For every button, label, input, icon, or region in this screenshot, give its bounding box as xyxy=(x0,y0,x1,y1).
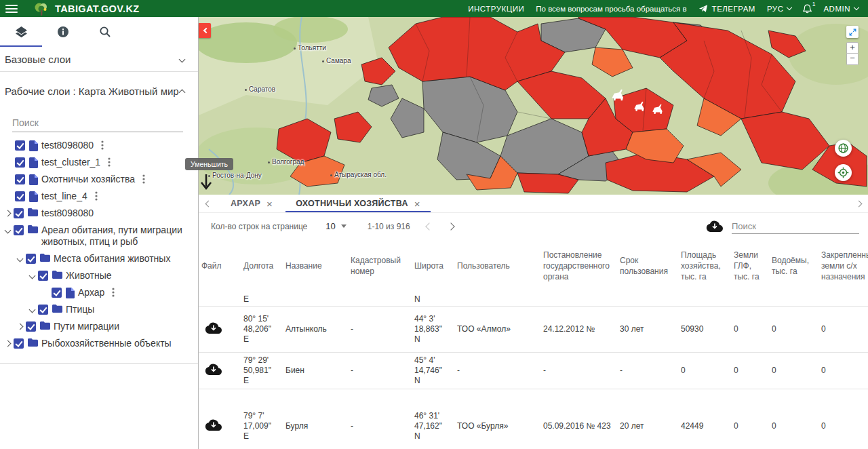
cell: Алтынколь xyxy=(283,323,348,336)
layer-tree-item[interactable]: Охотничьи хозяйства xyxy=(0,171,198,188)
layer-checkbox[interactable] xyxy=(26,254,36,264)
telegram-link[interactable]: ТЕЛЕГРАМ xyxy=(698,4,755,13)
tab-layers[interactable] xyxy=(0,17,42,47)
rows-per-page-select[interactable]: 10 xyxy=(326,221,346,231)
collapse-icon[interactable] xyxy=(29,273,36,279)
work-layers-section[interactable]: Рабочие слои : Карта Животный мир xyxy=(0,72,198,110)
rows-per-page-label: Кол-во строк на странице xyxy=(211,222,307,231)
table-row[interactable]: EN xyxy=(199,292,868,307)
table-search-input[interactable] xyxy=(732,219,859,234)
download-icon[interactable] xyxy=(201,322,222,334)
layer-menu-icon[interactable] xyxy=(95,191,98,201)
tab-close-icon[interactable]: × xyxy=(267,199,273,209)
layer-tree-item[interactable]: Животные xyxy=(0,267,198,284)
download-icon[interactable] xyxy=(201,419,222,431)
layer-checkbox[interactable] xyxy=(14,208,24,218)
cell xyxy=(617,303,678,306)
basemap-button[interactable] xyxy=(835,140,852,157)
layer-menu-icon[interactable] xyxy=(101,140,104,150)
zoom-in-button[interactable]: + xyxy=(846,42,859,54)
panel-tab-bar: АРХАР×ОХОТНИЧЬИ ХОЗЯЙСТВА× xyxy=(199,195,868,213)
layer-menu-icon[interactable] xyxy=(112,288,115,297)
zoom-out-button[interactable]: − xyxy=(846,54,859,65)
panel-tab[interactable]: ОХОТНИЧЬИ ХОЗЯЙСТВА× xyxy=(285,195,431,212)
prev-page-button[interactable] xyxy=(425,222,433,230)
hamburger-menu-icon[interactable] xyxy=(5,5,18,13)
file-cell xyxy=(199,303,241,306)
file-icon xyxy=(29,174,38,185)
expand-icon[interactable] xyxy=(5,210,12,217)
layer-tree-item[interactable]: test_cluster_1 xyxy=(0,154,198,171)
layer-checkbox[interactable] xyxy=(15,157,25,168)
table-row[interactable]: 79° 29' 50,981" EБиен-45° 4' 14,746" N--… xyxy=(199,353,868,389)
layer-tree-item[interactable]: Места обитания животных xyxy=(0,250,198,267)
layer-label: Рыбохозяйственные объекты xyxy=(41,338,172,349)
folder-icon xyxy=(28,208,38,216)
cell: 24.12.2012 № xyxy=(540,323,617,336)
cell: 05.09.2016 № 423 xyxy=(540,420,617,433)
layer-checkbox[interactable] xyxy=(14,338,24,349)
table-panel: АРХАР×ОХОТНИЧЬИ ХОЗЯЙСТВА× Кол-во строк … xyxy=(199,195,868,449)
layer-tree-item[interactable]: Архар xyxy=(0,284,198,301)
tabs-scroll-right-button[interactable] xyxy=(849,195,868,212)
layer-tree-item[interactable]: test_line_4 xyxy=(0,188,198,205)
table-row[interactable]: 79° 7' 17,009" EБурля-46° 31' 47,162" NТ… xyxy=(199,389,868,449)
panel-tab-label: АРХАР xyxy=(231,199,260,208)
panel-tab[interactable]: АРХАР× xyxy=(220,195,283,212)
file-icon xyxy=(29,157,38,168)
instructions-link[interactable]: ИНСТРУКЦИИ xyxy=(468,5,524,13)
layer-checkbox[interactable] xyxy=(26,321,36,332)
export-button[interactable] xyxy=(706,220,723,232)
column-header: Площадь хозяйства, тыс. га xyxy=(678,250,731,283)
tab-close-icon[interactable]: × xyxy=(414,199,420,209)
collapse-icon[interactable] xyxy=(5,227,12,234)
next-page-button[interactable] xyxy=(447,222,454,230)
layer-checkbox[interactable] xyxy=(38,305,48,315)
layer-checkbox[interactable] xyxy=(15,174,25,184)
cell: 0 xyxy=(818,323,868,336)
user-dropdown[interactable]: ADMIN xyxy=(823,5,859,13)
map-canvas[interactable]: ТольяттиСамараСаратовВолгоградРостов-на-… xyxy=(199,17,868,195)
download-icon[interactable] xyxy=(201,364,222,375)
notifications-button[interactable]: 1 xyxy=(803,4,812,14)
geolocation-button[interactable] xyxy=(835,164,852,181)
cell: - xyxy=(348,420,412,433)
layer-menu-icon[interactable] xyxy=(108,157,111,167)
map-expand-button[interactable] xyxy=(846,26,859,38)
layer-tree-item[interactable]: Птицы xyxy=(0,301,198,318)
layer-tree-item[interactable]: test8098080 xyxy=(0,205,198,222)
column-header: Широта xyxy=(412,260,454,271)
chevron-up-icon xyxy=(179,89,186,96)
layer-search-input[interactable] xyxy=(12,114,183,132)
table-row[interactable]: 80° 15' 48,206" EАлтынколь-44° 3' 18,863… xyxy=(199,307,868,353)
cell: - xyxy=(454,364,540,377)
layer-tree-item[interactable]: Рыбохозяйственные объекты xyxy=(0,335,198,352)
tabs-scroll-left-button[interactable] xyxy=(199,195,218,212)
map-city-label: Волгоград xyxy=(268,158,304,165)
layer-tree-item[interactable]: test8098080 xyxy=(0,137,198,154)
tab-search[interactable] xyxy=(84,17,126,47)
column-header: Водоёмы, тыс. га xyxy=(769,255,818,277)
layer-checkbox[interactable] xyxy=(52,288,62,298)
layer-checkbox[interactable] xyxy=(15,191,25,201)
tab-info[interactable] xyxy=(42,17,84,47)
layer-tree-item[interactable]: Ареал обитания, пути миграции животных, … xyxy=(0,222,198,250)
cell xyxy=(348,303,412,306)
layer-checkbox[interactable] xyxy=(14,225,24,235)
layer-checkbox[interactable] xyxy=(15,140,25,151)
language-dropdown[interactable]: РУС xyxy=(767,5,792,13)
sidebar-collapse-button[interactable] xyxy=(199,23,211,38)
layer-menu-icon[interactable] xyxy=(142,174,145,184)
layer-tree-item[interactable]: Пути миграции xyxy=(0,318,198,335)
expand-icon[interactable] xyxy=(5,340,12,347)
cell: 0 xyxy=(731,364,769,377)
cell: 42449 xyxy=(678,420,731,433)
collapse-icon[interactable] xyxy=(29,307,36,313)
collapse-icon[interactable] xyxy=(17,256,24,262)
layer-label: test8098080 xyxy=(41,140,94,151)
folder-icon xyxy=(52,305,62,313)
expand-icon[interactable] xyxy=(17,324,24,330)
layer-checkbox[interactable] xyxy=(38,271,48,281)
panel-minimize-button[interactable] xyxy=(195,171,217,194)
base-layers-section[interactable]: Базовые слои xyxy=(0,47,198,72)
